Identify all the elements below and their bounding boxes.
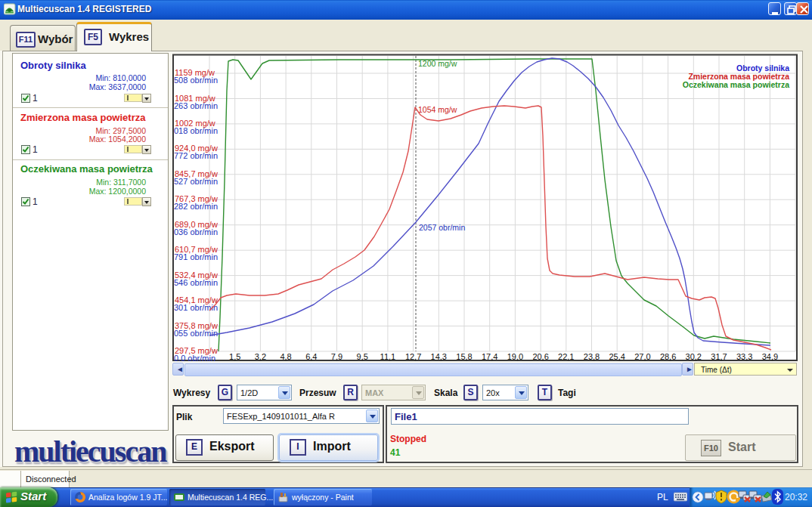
- svg-text:791 obr/min: 791 obr/min: [174, 252, 218, 261]
- svg-text:1,5: 1,5: [229, 352, 240, 361]
- svg-text:2057 obr/min: 2057 obr/min: [419, 223, 465, 232]
- svg-text:546 obr/min: 546 obr/min: [174, 278, 218, 287]
- svg-text:282 obr/min: 282 obr/min: [174, 202, 218, 211]
- svg-text:1054 mg/w: 1054 mg/w: [418, 105, 457, 114]
- svg-text:31,7: 31,7: [711, 352, 727, 361]
- svg-text:19,0: 19,0: [507, 352, 523, 361]
- svg-text:018 obr/min: 018 obr/min: [174, 126, 218, 135]
- svg-text:27,0: 27,0: [634, 352, 650, 361]
- svg-text:25,4: 25,4: [609, 352, 624, 361]
- svg-text:4,8: 4,8: [280, 352, 291, 361]
- svg-text:772 obr/min: 772 obr/min: [174, 151, 218, 160]
- svg-text:Oczekiwana masa powietrza: Oczekiwana masa powietrza: [683, 80, 789, 89]
- svg-text:33,3: 33,3: [736, 352, 752, 361]
- svg-text:34,9: 34,9: [762, 352, 778, 361]
- svg-text:3,2: 3,2: [255, 352, 266, 361]
- svg-text:15,8: 15,8: [456, 352, 472, 361]
- svg-text:28,6: 28,6: [660, 352, 676, 361]
- svg-text:508 obr/min: 508 obr/min: [174, 76, 218, 85]
- svg-text:22,1: 22,1: [558, 352, 574, 361]
- svg-text:11,1: 11,1: [380, 352, 396, 361]
- svg-text:20,6: 20,6: [532, 352, 548, 361]
- svg-text:055 obr/min: 055 obr/min: [174, 329, 218, 338]
- svg-text:0,0 obr/min: 0,0 obr/min: [174, 354, 215, 361]
- svg-text:7,9: 7,9: [331, 352, 342, 361]
- svg-text:301 obr/min: 301 obr/min: [174, 303, 218, 312]
- svg-text:1200 mg/w: 1200 mg/w: [418, 59, 457, 68]
- svg-text:14,3: 14,3: [431, 352, 447, 361]
- svg-text:9,5: 9,5: [357, 352, 368, 361]
- svg-text:23,8: 23,8: [584, 352, 600, 361]
- svg-text:30,2: 30,2: [686, 352, 702, 361]
- svg-text:17,4: 17,4: [482, 352, 497, 361]
- svg-text:6,4: 6,4: [305, 352, 317, 361]
- svg-text:263 obr/min: 263 obr/min: [174, 101, 218, 110]
- svg-text:12,7: 12,7: [405, 352, 421, 361]
- svg-text:527 obr/min: 527 obr/min: [174, 177, 218, 186]
- svg-text:036 obr/min: 036 obr/min: [174, 227, 218, 236]
